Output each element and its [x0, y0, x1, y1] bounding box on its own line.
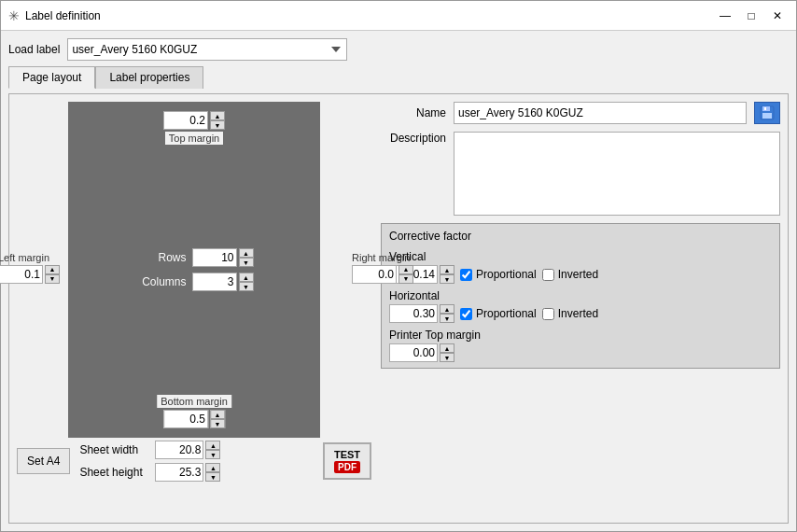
name-input[interactable]: [454, 102, 747, 124]
top-margin-spinner: ▲ ▼: [163, 111, 225, 130]
minimize-button[interactable]: —: [714, 7, 736, 25]
right-margin-label: Right margin: [352, 252, 413, 263]
load-label-select[interactable]: user_Avery 5160 K0GUZ: [67, 38, 347, 61]
rows-spinner-btns: ▲ ▼: [239, 248, 254, 267]
bottom-margin-spinner: ▲ ▼: [163, 410, 225, 428]
right-margin-down[interactable]: ▼: [398, 274, 413, 284]
name-field-label: Name: [381, 106, 446, 119]
horizontal-inverted-checkbox[interactable]: [542, 308, 554, 320]
sheet-width-label: Sheet width: [79, 443, 149, 456]
vertical-proportional-label: Proportional: [476, 268, 537, 281]
vertical-inverted-checkbox[interactable]: [542, 269, 554, 281]
left-margin-spinner: ▲ ▼: [0, 265, 60, 284]
content-area: Load label user_Avery 5160 K0GUZ Page la…: [1, 31, 796, 531]
rows-label: Rows: [135, 251, 187, 264]
set-a4-button[interactable]: Set A4: [17, 448, 70, 474]
horizontal-proportional-checkbox[interactable]: [460, 308, 472, 320]
vertical-proportional-group: Proportional: [460, 268, 537, 281]
right-margin-spinner-btns: ▲ ▼: [398, 265, 413, 284]
sheet-height-row: Sheet height ▲ ▼: [79, 463, 220, 482]
top-margin-spinner-btns: ▲ ▼: [210, 111, 225, 130]
rows-input[interactable]: [192, 248, 237, 267]
top-margin-input[interactable]: [163, 111, 208, 130]
right-panel: Name Description: [381, 102, 780, 515]
top-margin-area: ▲ ▼ Top margin: [163, 111, 225, 145]
vertical-section: Vertical ▲ ▼ Proportio: [389, 250, 772, 284]
close-button[interactable]: ✕: [766, 7, 789, 25]
horizontal-proportional-group: Proportional: [460, 307, 537, 320]
cols-up[interactable]: ▲: [239, 273, 254, 282]
rows-cols-area: Rows ▲ ▼ Columns: [135, 248, 254, 291]
sheet-width-down[interactable]: ▼: [205, 450, 220, 459]
cols-row: Columns ▲ ▼: [135, 273, 254, 291]
left-margin-down[interactable]: ▼: [45, 274, 60, 284]
rows-down[interactable]: ▼: [239, 258, 254, 267]
printer-top-margin-spinner: ▲ ▼: [389, 343, 454, 362]
horizontal-spinner: ▲ ▼: [389, 304, 454, 323]
test-pdf-button[interactable]: TEST PDF: [323, 442, 371, 480]
tab-page-layout[interactable]: Page layout: [8, 66, 95, 89]
vertical-up[interactable]: ▲: [440, 265, 454, 274]
sheet-width-spinner: ▲ ▼: [155, 441, 220, 459]
rows-up[interactable]: ▲: [239, 248, 254, 258]
sheet-width-spinner-btns: ▲ ▼: [205, 441, 220, 459]
bottom-margin-input[interactable]: [163, 410, 208, 428]
printer-top-margin-row: ▲ ▼: [389, 343, 772, 362]
description-label: Description: [381, 132, 446, 145]
left-margin-up[interactable]: ▲: [45, 265, 60, 274]
cols-down[interactable]: ▼: [239, 282, 254, 291]
bottom-row: Set A4 Sheet width ▲ ▼: [17, 437, 371, 482]
description-textarea[interactable]: [454, 132, 780, 216]
title-controls: — □ ✕: [714, 7, 789, 25]
sheet-height-down[interactable]: ▼: [205, 472, 220, 482]
sheet-height-spinner-btns: ▲ ▼: [205, 463, 220, 482]
bottom-margin-down[interactable]: ▼: [210, 419, 225, 428]
printer-top-margin-down[interactable]: ▼: [440, 353, 454, 362]
top-margin-down[interactable]: ▼: [210, 120, 225, 130]
sheet-height-input[interactable]: [155, 463, 203, 482]
horizontal-down[interactable]: ▼: [440, 314, 454, 323]
printer-top-margin-up[interactable]: ▲: [440, 343, 454, 353]
horizontal-up[interactable]: ▲: [440, 304, 454, 314]
save-icon: [760, 105, 775, 120]
cols-label: Columns: [135, 275, 187, 288]
tab-label-properties[interactable]: Label properties: [95, 66, 203, 89]
top-margin-label: Top margin: [165, 132, 223, 145]
svg-rect-2: [764, 107, 766, 110]
left-margin-label: Left margin: [0, 252, 60, 263]
right-margin-up[interactable]: ▲: [398, 265, 413, 274]
bottom-margin-up[interactable]: ▲: [210, 410, 225, 419]
main-area: Left margin ▲ ▼ Right margin: [8, 93, 789, 524]
left-margin-input[interactable]: [0, 265, 43, 284]
printer-top-margin-spinner-btns: ▲ ▼: [440, 343, 454, 362]
sheet-width-input[interactable]: [155, 441, 203, 459]
preview-container: Left margin ▲ ▼ Right margin: [68, 102, 320, 433]
vertical-down[interactable]: ▼: [440, 274, 454, 284]
printer-top-margin-input[interactable]: [389, 343, 438, 362]
top-margin-up[interactable]: ▲: [210, 111, 225, 120]
vertical-proportional-checkbox[interactable]: [460, 269, 472, 281]
right-margin-input[interactable]: [352, 265, 397, 284]
cols-input[interactable]: [192, 273, 237, 291]
sheet-width-up[interactable]: ▲: [205, 441, 220, 450]
horizontal-input[interactable]: [389, 304, 438, 323]
title-bar: ✳ Label definition — □ ✕: [1, 1, 796, 31]
label-preview-section: Left margin ▲ ▼ Right margin: [17, 102, 371, 515]
bottom-margin-spinner-btns: ▲ ▼: [210, 410, 225, 428]
save-button[interactable]: [754, 102, 780, 124]
vertical-spinner-btns: ▲ ▼: [440, 265, 454, 284]
svg-rect-3: [762, 113, 772, 119]
left-margin-area: Left margin ▲ ▼: [0, 252, 60, 284]
sheet-height-up[interactable]: ▲: [205, 463, 220, 472]
horizontal-row: ▲ ▼ Proportional Inverted: [389, 304, 772, 323]
horizontal-proportional-label: Proportional: [476, 307, 537, 320]
maximize-button[interactable]: □: [740, 7, 762, 25]
horizontal-spinner-btns: ▲ ▼: [440, 304, 454, 323]
main-window: ✳ Label definition — □ ✕ Load label user…: [0, 0, 797, 532]
corrective-factor-box: Corrective factor Vertical ▲ ▼: [381, 223, 780, 369]
preview-canvas: ▲ ▼ Top margin Rows: [68, 102, 320, 438]
title-bar-left: ✳ Label definition: [8, 8, 101, 23]
test-label: TEST: [334, 450, 360, 460]
sheet-fields: Sheet width ▲ ▼ Sheet height: [79, 441, 220, 482]
load-label-row: Load label user_Avery 5160 K0GUZ: [8, 38, 789, 61]
